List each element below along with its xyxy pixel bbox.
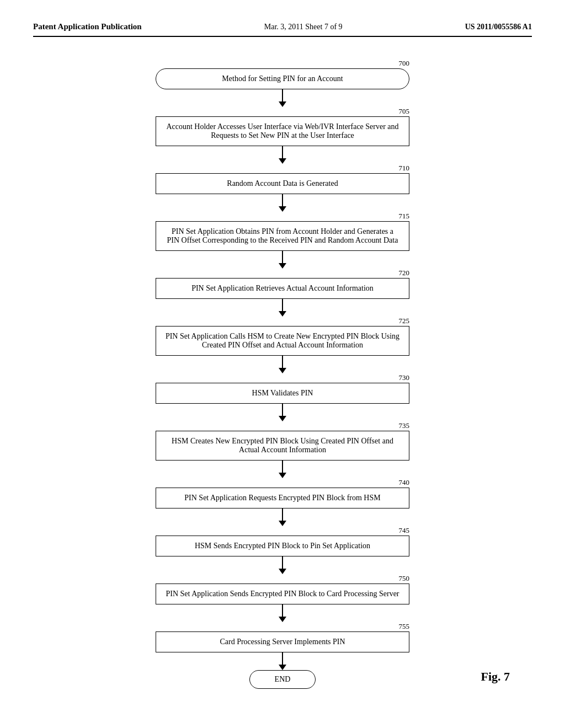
start-label: 700 (399, 59, 410, 68)
arrow-head (279, 569, 286, 574)
end-arrow (279, 652, 286, 670)
arrow-4 (279, 299, 286, 317)
arrow-head (279, 101, 286, 107)
step-text-705: Account Holder Accesses User Interface v… (166, 122, 398, 140)
arrow-line (282, 652, 283, 665)
arrow-line (282, 508, 283, 521)
header-center: Mar. 3, 2011 Sheet 7 of 9 (264, 23, 343, 31)
arrow-2 (279, 194, 286, 212)
arrow-3 (279, 251, 286, 269)
step-text-755: Card Processing Server Implements PIN (220, 638, 345, 646)
step-box-735: HSM Creates New Encrypted PIN Block Usin… (156, 431, 409, 461)
arrow-line (282, 461, 283, 473)
step-text-735: HSM Creates New Encrypted PIN Block Usin… (172, 437, 393, 454)
page-header: Patent Application Publication Mar. 3, 2… (33, 22, 532, 37)
arrow-line (282, 556, 283, 569)
arrow-10 (279, 604, 286, 622)
step-box-750: PIN Set Application Sends Encrypted PIN … (156, 584, 409, 604)
arrow-7 (279, 461, 286, 478)
step-text-725: PIN Set Application Calls HSM to Create … (166, 332, 399, 349)
step-label-730: 730 (399, 373, 410, 382)
arrow-0 (279, 89, 286, 107)
step-box-740: PIN Set Application Requests Encrypted P… (156, 488, 409, 508)
step-box-745: HSM Sends Encrypted PIN Block to Pin Set… (156, 536, 409, 556)
arrow-line (282, 299, 283, 311)
step-text-710: Random Account Data is Generated (227, 179, 338, 188)
step-text-720: PIN Set Application Retrieves Actual Acc… (191, 284, 374, 292)
arrow-head (279, 263, 286, 269)
arrow-head (279, 158, 286, 164)
step-label-735: 735 (399, 421, 410, 430)
end-box: END (249, 670, 316, 689)
start-box: Method for Setting PIN for an Account (156, 68, 409, 89)
page: Patent Application Publication Mar. 3, 2… (0, 0, 565, 728)
step-text-730: HSM Validates PIN (252, 389, 313, 397)
step-box-720: PIN Set Application Retrieves Actual Acc… (156, 278, 409, 299)
arrow-line (282, 356, 283, 368)
step-box-715: PIN Set Application Obtains PIN from Acc… (156, 221, 409, 251)
step-label-745: 745 (399, 526, 410, 535)
arrow-head (279, 416, 286, 421)
step-label-720: 720 (399, 269, 410, 277)
fig-label: Fig. 7 (481, 670, 510, 684)
step-text-715: PIN Set Application Obtains PIN from Acc… (167, 227, 398, 244)
arrow-line (282, 89, 283, 101)
arrow-head (279, 521, 286, 526)
step-text-750: PIN Set Application Sends Encrypted PIN … (166, 590, 399, 598)
steps-container: 705Account Holder Accesses User Interfac… (33, 89, 532, 652)
arrow-head (279, 473, 286, 478)
step-label-710: 710 (399, 164, 410, 173)
step-label-755: 755 (399, 622, 410, 631)
step-box-725: PIN Set Application Calls HSM to Create … (156, 326, 409, 356)
arrow-head (279, 206, 286, 212)
header-left: Patent Application Publication (33, 22, 142, 31)
arrow-head (279, 311, 286, 317)
arrow-line (282, 404, 283, 416)
arrow-head (279, 665, 286, 670)
arrow-6 (279, 404, 286, 421)
arrow-head (279, 617, 286, 622)
arrow-line (282, 146, 283, 158)
step-label-750: 750 (399, 574, 410, 583)
arrow-head (279, 368, 286, 373)
header-right: US 2011/0055586 A1 (465, 23, 532, 31)
start-text: Method for Setting PIN for an Account (222, 74, 343, 83)
arrow-9 (279, 556, 286, 574)
step-label-715: 715 (399, 212, 410, 221)
step-box-705: Account Holder Accesses User Interface v… (156, 116, 409, 146)
arrow-1 (279, 146, 286, 164)
end-text: END (275, 675, 291, 683)
arrow-5 (279, 356, 286, 373)
step-box-710: Random Account Data is Generated (156, 173, 409, 194)
step-label-705: 705 (399, 107, 410, 116)
arrow-line (282, 604, 283, 617)
step-text-745: HSM Sends Encrypted PIN Block to Pin Set… (195, 542, 370, 550)
step-text-740: PIN Set Application Requests Encrypted P… (184, 494, 380, 502)
arrow-8 (279, 508, 286, 526)
flowchart: 700 Method for Setting PIN for an Accoun… (33, 53, 532, 689)
step-label-740: 740 (399, 478, 410, 487)
step-box-755: Card Processing Server Implements PIN (156, 631, 409, 652)
arrow-line (282, 251, 283, 263)
step-box-730: HSM Validates PIN (156, 383, 409, 404)
arrow-line (282, 194, 283, 206)
step-label-725: 725 (399, 317, 410, 325)
